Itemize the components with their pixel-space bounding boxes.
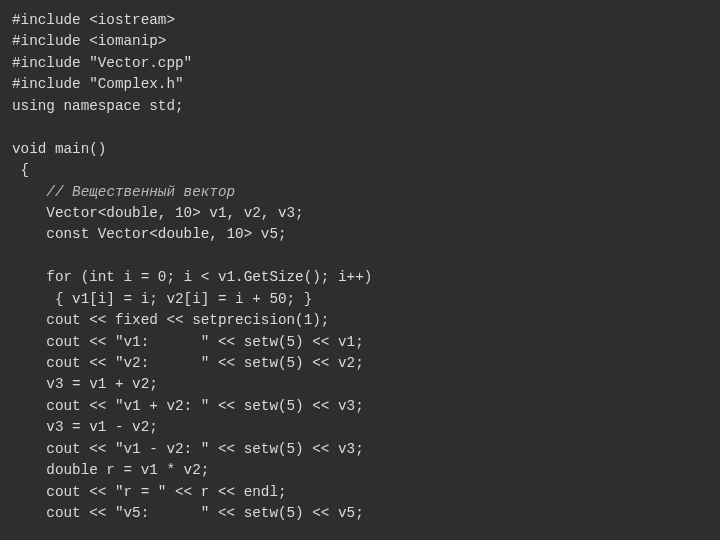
code-line: cout << "v2: " << setw(5) << v2; — [12, 355, 364, 371]
code-line: cout << "v5: " << setw(5) << v5; — [12, 505, 364, 521]
code-line-indent — [12, 184, 46, 200]
code-line: cout << fixed << setprecision(1); — [12, 312, 329, 328]
code-line: #include "Complex.h" — [12, 76, 184, 92]
code-line: v3 = v1 - v2; — [12, 419, 158, 435]
code-line: v3 = v1 + v2; — [12, 376, 158, 392]
code-line: cout << "r = " << r << endl; — [12, 484, 287, 500]
code-line: for (int i = 0; i < v1.GetSize(); i++) — [12, 269, 372, 285]
code-line: void main() — [12, 141, 106, 157]
code-line: cout << "v1 + v2: " << setw(5) << v3; — [12, 398, 364, 414]
code-line: const Vector<double, 10> v5; — [12, 226, 287, 242]
code-comment: // Вещественный вектор — [46, 184, 235, 200]
code-line: #include "Vector.cpp" — [12, 55, 192, 71]
code-line: cout << "v1 - v2: " << setw(5) << v3; — [12, 441, 364, 457]
code-line: { v1[i] = i; v2[i] = i + 50; } — [12, 291, 312, 307]
code-line: using namespace std; — [12, 98, 184, 114]
code-line: #include <iomanip> — [12, 33, 166, 49]
code-line: { — [12, 162, 29, 178]
code-line: cout << "v1: " << setw(5) << v1; — [12, 334, 364, 350]
code-line: #include <iostream> — [12, 12, 175, 28]
code-block: #include <iostream> #include <iomanip> #… — [0, 0, 720, 535]
code-line: double r = v1 * v2; — [12, 462, 209, 478]
code-line: Vector<double, 10> v1, v2, v3; — [12, 205, 304, 221]
